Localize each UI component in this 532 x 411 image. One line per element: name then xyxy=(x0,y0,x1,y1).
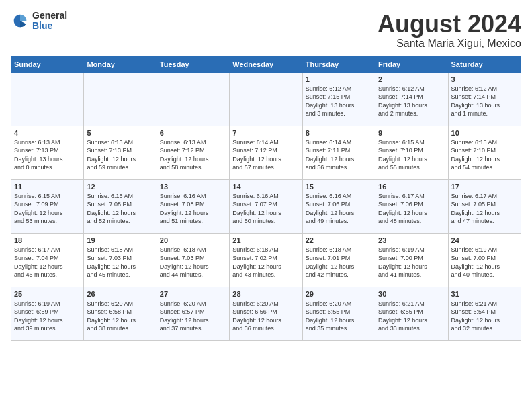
calendar-cell: 21Sunrise: 6:18 AM Sunset: 7:02 PM Dayli… xyxy=(230,233,302,287)
day-number: 7 xyxy=(232,129,299,137)
calendar-cell xyxy=(157,72,229,126)
day-info: Sunrise: 6:16 AM Sunset: 7:06 PM Dayligh… xyxy=(306,192,372,226)
day-info: Sunrise: 6:21 AM Sunset: 6:55 PM Dayligh… xyxy=(378,300,445,333)
logo-icon xyxy=(11,11,30,30)
day-info: Sunrise: 6:18 AM Sunset: 7:01 PM Dayligh… xyxy=(306,246,372,279)
day-info: Sunrise: 6:14 AM Sunset: 7:12 PM Dayligh… xyxy=(232,138,299,172)
day-info: Sunrise: 6:15 AM Sunset: 7:08 PM Dayligh… xyxy=(87,192,153,226)
day-info: Sunrise: 6:17 AM Sunset: 7:06 PM Dayligh… xyxy=(378,192,445,226)
calendar-week-2: 4Sunrise: 6:13 AM Sunset: 7:13 PM Daylig… xyxy=(11,126,521,179)
logo-blue: Blue xyxy=(32,21,67,31)
calendar-week-5: 25Sunrise: 6:19 AM Sunset: 6:59 PM Dayli… xyxy=(11,287,521,340)
day-number: 29 xyxy=(306,290,372,298)
day-number: 16 xyxy=(378,183,445,191)
calendar-table: SundayMondayTuesdayWednesdayThursdayFrid… xyxy=(11,56,521,341)
calendar-week-1: 1Sunrise: 6:12 AM Sunset: 7:15 PM Daylig… xyxy=(11,72,521,126)
calendar-cell xyxy=(84,72,157,126)
day-number: 17 xyxy=(451,183,518,191)
day-number: 27 xyxy=(160,290,226,298)
day-number: 25 xyxy=(14,290,81,298)
day-info: Sunrise: 6:18 AM Sunset: 7:02 PM Dayligh… xyxy=(232,246,299,279)
day-number: 19 xyxy=(87,236,153,244)
weekday-header-saturday: Saturday xyxy=(448,56,521,72)
day-info: Sunrise: 6:18 AM Sunset: 7:03 PM Dayligh… xyxy=(160,246,226,279)
day-info: Sunrise: 6:13 AM Sunset: 7:12 PM Dayligh… xyxy=(160,138,226,172)
day-info: Sunrise: 6:13 AM Sunset: 7:13 PM Dayligh… xyxy=(87,138,153,172)
calendar-week-3: 11Sunrise: 6:15 AM Sunset: 7:09 PM Dayli… xyxy=(11,179,521,233)
calendar-cell xyxy=(230,72,302,126)
day-info: Sunrise: 6:16 AM Sunset: 7:08 PM Dayligh… xyxy=(160,192,226,226)
calendar-cell: 27Sunrise: 6:20 AM Sunset: 6:57 PM Dayli… xyxy=(157,287,229,340)
calendar-cell: 14Sunrise: 6:16 AM Sunset: 7:07 PM Dayli… xyxy=(230,179,302,233)
day-number: 26 xyxy=(87,290,153,298)
calendar-cell: 8Sunrise: 6:14 AM Sunset: 7:11 PM Daylig… xyxy=(302,126,375,179)
calendar-cell: 30Sunrise: 6:21 AM Sunset: 6:55 PM Dayli… xyxy=(375,287,448,340)
day-info: Sunrise: 6:15 AM Sunset: 7:10 PM Dayligh… xyxy=(378,138,445,172)
day-number: 9 xyxy=(378,129,445,137)
day-number: 10 xyxy=(451,129,518,137)
day-info: Sunrise: 6:15 AM Sunset: 7:09 PM Dayligh… xyxy=(14,192,81,226)
day-info: Sunrise: 6:19 AM Sunset: 7:00 PM Dayligh… xyxy=(378,246,445,279)
day-number: 14 xyxy=(232,183,299,191)
calendar-cell: 11Sunrise: 6:15 AM Sunset: 7:09 PM Dayli… xyxy=(11,179,84,233)
calendar-cell: 17Sunrise: 6:17 AM Sunset: 7:05 PM Dayli… xyxy=(448,179,521,233)
day-info: Sunrise: 6:19 AM Sunset: 7:00 PM Dayligh… xyxy=(451,246,518,279)
location-subtitle: Santa Maria Xigui, Mexico xyxy=(378,38,521,50)
day-info: Sunrise: 6:20 AM Sunset: 6:57 PM Dayligh… xyxy=(160,300,226,333)
calendar-cell: 15Sunrise: 6:16 AM Sunset: 7:06 PM Dayli… xyxy=(302,179,375,233)
calendar-cell: 20Sunrise: 6:18 AM Sunset: 7:03 PM Dayli… xyxy=(157,233,229,287)
day-info: Sunrise: 6:12 AM Sunset: 7:14 PM Dayligh… xyxy=(378,85,445,118)
day-number: 24 xyxy=(451,236,518,244)
calendar-cell: 2Sunrise: 6:12 AM Sunset: 7:14 PM Daylig… xyxy=(375,72,448,126)
month-year-title: August 2024 xyxy=(378,11,521,38)
calendar-cell: 24Sunrise: 6:19 AM Sunset: 7:00 PM Dayli… xyxy=(448,233,521,287)
calendar-cell: 26Sunrise: 6:20 AM Sunset: 6:58 PM Dayli… xyxy=(84,287,157,340)
calendar-cell: 28Sunrise: 6:20 AM Sunset: 6:56 PM Dayli… xyxy=(230,287,302,340)
calendar-cell: 1Sunrise: 6:12 AM Sunset: 7:15 PM Daylig… xyxy=(302,72,375,126)
day-number: 1 xyxy=(306,75,372,83)
day-number: 5 xyxy=(87,129,153,137)
day-number: 31 xyxy=(451,290,518,298)
day-info: Sunrise: 6:21 AM Sunset: 6:54 PM Dayligh… xyxy=(451,300,518,333)
day-number: 23 xyxy=(378,236,445,244)
logo: General Blue xyxy=(11,11,67,32)
weekday-header-row: SundayMondayTuesdayWednesdayThursdayFrid… xyxy=(11,56,521,72)
calendar-cell: 19Sunrise: 6:18 AM Sunset: 7:03 PM Dayli… xyxy=(84,233,157,287)
calendar-cell: 29Sunrise: 6:20 AM Sunset: 6:55 PM Dayli… xyxy=(302,287,375,340)
day-number: 13 xyxy=(160,183,226,191)
calendar-cell: 16Sunrise: 6:17 AM Sunset: 7:06 PM Dayli… xyxy=(375,179,448,233)
day-number: 3 xyxy=(451,75,518,83)
day-info: Sunrise: 6:18 AM Sunset: 7:03 PM Dayligh… xyxy=(87,246,153,279)
weekday-header-sunday: Sunday xyxy=(11,56,84,72)
day-number: 21 xyxy=(232,236,299,244)
day-info: Sunrise: 6:12 AM Sunset: 7:15 PM Dayligh… xyxy=(306,85,372,118)
weekday-header-wednesday: Wednesday xyxy=(230,56,302,72)
day-info: Sunrise: 6:20 AM Sunset: 6:55 PM Dayligh… xyxy=(306,300,372,333)
day-number: 4 xyxy=(14,129,81,137)
calendar-week-4: 18Sunrise: 6:17 AM Sunset: 7:04 PM Dayli… xyxy=(11,233,521,287)
day-number: 30 xyxy=(378,290,445,298)
calendar-cell: 6Sunrise: 6:13 AM Sunset: 7:12 PM Daylig… xyxy=(157,126,229,179)
calendar-cell: 13Sunrise: 6:16 AM Sunset: 7:08 PM Dayli… xyxy=(157,179,229,233)
day-info: Sunrise: 6:17 AM Sunset: 7:05 PM Dayligh… xyxy=(451,192,518,226)
day-info: Sunrise: 6:13 AM Sunset: 7:13 PM Dayligh… xyxy=(14,138,81,172)
calendar-cell: 22Sunrise: 6:18 AM Sunset: 7:01 PM Dayli… xyxy=(302,233,375,287)
day-number: 20 xyxy=(160,236,226,244)
calendar-cell: 18Sunrise: 6:17 AM Sunset: 7:04 PM Dayli… xyxy=(11,233,84,287)
calendar-cell: 9Sunrise: 6:15 AM Sunset: 7:10 PM Daylig… xyxy=(375,126,448,179)
day-info: Sunrise: 6:19 AM Sunset: 6:59 PM Dayligh… xyxy=(14,300,81,333)
day-info: Sunrise: 6:20 AM Sunset: 6:56 PM Dayligh… xyxy=(232,300,299,333)
calendar-cell: 12Sunrise: 6:15 AM Sunset: 7:08 PM Dayli… xyxy=(84,179,157,233)
calendar-body: 1Sunrise: 6:12 AM Sunset: 7:15 PM Daylig… xyxy=(11,72,521,340)
calendar-cell: 25Sunrise: 6:19 AM Sunset: 6:59 PM Dayli… xyxy=(11,287,84,340)
calendar-cell: 23Sunrise: 6:19 AM Sunset: 7:00 PM Dayli… xyxy=(375,233,448,287)
calendar-cell: 4Sunrise: 6:13 AM Sunset: 7:13 PM Daylig… xyxy=(11,126,84,179)
calendar-header: SundayMondayTuesdayWednesdayThursdayFrid… xyxy=(11,56,521,72)
page-header: General Blue August 2024 Santa Maria Xig… xyxy=(11,11,521,50)
day-info: Sunrise: 6:14 AM Sunset: 7:11 PM Dayligh… xyxy=(306,138,372,172)
calendar-cell: 7Sunrise: 6:14 AM Sunset: 7:12 PM Daylig… xyxy=(230,126,302,179)
calendar-cell: 5Sunrise: 6:13 AM Sunset: 7:13 PM Daylig… xyxy=(84,126,157,179)
day-number: 22 xyxy=(306,236,372,244)
calendar-cell xyxy=(11,72,84,126)
day-number: 11 xyxy=(14,183,81,191)
